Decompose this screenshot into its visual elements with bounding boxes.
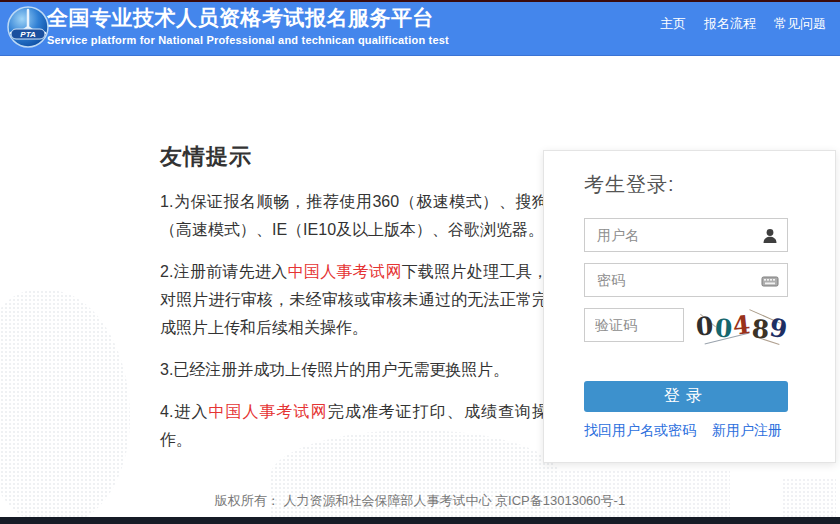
tip-paragraph: 2.注册前请先进入中国人事考试网下载照片处理工具，对照片进行审核，未经审核或审核…: [160, 258, 548, 342]
copyright-text: 版权所有： 人力资源和社会保障部人事考试中心 京ICP备13013060号-1: [0, 492, 840, 510]
captcha-field-wrap: [584, 308, 684, 342]
tip-text: 2.注册前请先进入: [160, 263, 288, 280]
captcha-digit: 0: [714, 315, 733, 341]
captcha-digit: 9: [768, 314, 789, 341]
tips-heading: 友情提示: [160, 142, 548, 172]
tip-paragraph: 1.为保证报名顺畅，推荐使用360（极速模式）、搜狗（高速模式）、IE（IE10…: [160, 188, 548, 244]
tip-paragraph: 4.进入中国人事考试网完成准考证打印、成绩查询操作。: [160, 398, 548, 454]
cpta-website-link[interactable]: 中国人事考试网: [208, 403, 327, 420]
nav-process-link[interactable]: 报名流程: [704, 15, 756, 33]
login-button[interactable]: 登录: [584, 381, 788, 412]
login-links: 找回用户名或密码 新用户注册: [584, 422, 782, 440]
title-block: 全国专业技术人员资格考试报名服务平台 Service platform for …: [47, 5, 449, 47]
site-subtitle: Service platform for National Profession…: [47, 33, 449, 47]
tip-text: 4.进入: [160, 403, 208, 420]
captcha-input[interactable]: [585, 309, 683, 341]
login-card: 考生登录:: [543, 150, 836, 463]
cpta-website-link[interactable]: 中国人事考试网: [288, 263, 402, 280]
captcha-digit: 0: [696, 313, 715, 339]
captcha-row: 00489: [584, 308, 788, 353]
tip-text: 3.已经注册并成功上传照片的用户无需更换照片。: [160, 361, 509, 378]
login-heading: 考生登录:: [584, 171, 788, 198]
watermark-map: [0, 290, 130, 524]
password-field-wrap: [584, 263, 788, 297]
password-input[interactable]: [585, 264, 787, 296]
username-input[interactable]: [585, 219, 787, 251]
pta-logo-icon: PTA: [7, 6, 49, 48]
tip-paragraph: 3.已经注册并成功上传照片的用户无需更换照片。: [160, 356, 548, 384]
captcha-image[interactable]: 00489: [696, 306, 788, 346]
forgot-password-link[interactable]: 找回用户名或密码: [584, 422, 696, 440]
tips-list: 1.为保证报名顺畅，推荐使用360（极速模式）、搜狗（高速模式）、IE（IE10…: [160, 188, 548, 454]
captcha-digit: 4: [732, 312, 752, 339]
bottom-bar: [0, 517, 840, 524]
register-link[interactable]: 新用户注册: [712, 422, 782, 440]
nav-home-link[interactable]: 主页: [660, 15, 686, 33]
username-field-wrap: [584, 218, 788, 252]
tips-section: 友情提示 1.为保证报名顺畅，推荐使用360（极速模式）、搜狗（高速模式）、IE…: [160, 142, 548, 468]
keyboard-icon: [761, 272, 779, 290]
page: PTA 全国专业技术人员资格考试报名服务平台 Service platform …: [0, 0, 840, 524]
header: PTA 全国专业技术人员资格考试报名服务平台 Service platform …: [0, 2, 840, 56]
captcha-digit: 8: [751, 316, 770, 342]
svg-text:PTA: PTA: [20, 30, 36, 39]
nav-faq-link[interactable]: 常见问题: [774, 15, 826, 33]
tip-text: 1.为保证报名顺畅，推荐使用360（极速模式）、搜狗（高速模式）、IE（IE10…: [160, 193, 548, 238]
site-title: 全国专业技术人员资格考试报名服务平台: [47, 5, 449, 31]
header-nav: 主页 报名流程 常见问题: [660, 15, 826, 33]
user-icon: [761, 227, 779, 245]
